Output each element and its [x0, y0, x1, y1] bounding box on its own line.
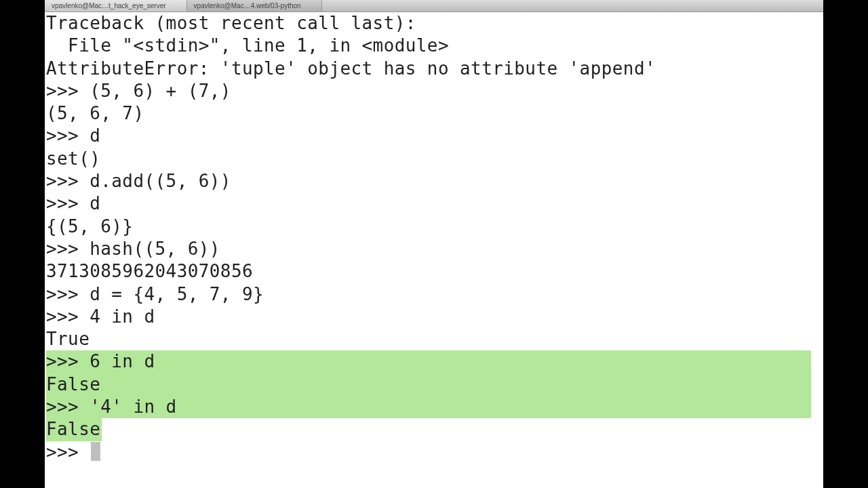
selection: >>> '4' in d: [46, 396, 811, 418]
terminal-text: >>> (5, 6) + (7,): [46, 81, 231, 101]
selection: False: [46, 373, 811, 396]
terminal-output[interactable]: Traceback (most recent call last): File …: [45, 12, 823, 464]
terminal-tabbar: vpavlenko@Mac…t_hack_eye_servervpavlenko…: [45, 0, 823, 12]
terminal-line: 3713085962043070856: [46, 260, 822, 283]
terminal-line: >>> d: [46, 125, 822, 147]
terminal-line: Traceback (most recent call last):: [46, 12, 822, 35]
terminal-line: File "<stdin>", line 1, in <module>: [46, 35, 822, 57]
terminal-line: >>> d = {4, 5, 7, 9}: [46, 283, 822, 306]
terminal-text: AttributeError: 'tuple' object has no at…: [46, 58, 656, 79]
terminal-line: >>>: [46, 441, 822, 464]
terminal-text: True: [46, 329, 90, 349]
terminal-line: >>> 4 in d: [46, 306, 822, 328]
terminal-line: True: [46, 328, 822, 350]
terminal-text: (5, 6, 7): [46, 103, 144, 123]
terminal-tab-1[interactable]: vpavlenko@Mac…4.web/03-python: [187, 0, 322, 12]
app-window: vpavlenko@Mac…t_hack_eye_servervpavlenko…: [45, 0, 823, 488]
terminal-line: set(): [46, 148, 822, 170]
terminal-text: >>> hash((5, 6)): [46, 239, 220, 259]
cursor: [91, 442, 100, 461]
terminal-line: >>> d.add((5, 6)): [46, 170, 822, 192]
terminal-line: False: [46, 418, 822, 441]
terminal-line: False: [46, 373, 822, 396]
terminal-text: {(5, 6)}: [46, 216, 133, 237]
terminal-text: >>> d.add((5, 6)): [46, 171, 231, 191]
terminal-line: >>> d: [46, 192, 822, 215]
terminal-text: >>> d: [46, 125, 100, 146]
selection: False: [46, 418, 102, 441]
terminal-line: >>> hash((5, 6)): [46, 238, 822, 260]
terminal-text: >>>: [46, 442, 90, 462]
terminal-line: {(5, 6)}: [46, 216, 822, 238]
terminal-text: 3713085962043070856: [46, 261, 253, 281]
terminal-line: >>> (5, 6) + (7,): [46, 80, 822, 102]
selection: >>> 6 in d: [46, 350, 811, 373]
terminal-text: >>> 4 in d: [46, 306, 155, 327]
terminal-text: File "<stdin>", line 1, in <module>: [46, 35, 449, 56]
terminal-line: >>> 6 in d: [46, 350, 822, 373]
terminal-text: Traceback (most recent call last):: [46, 13, 416, 33]
terminal-line: AttributeError: 'tuple' object has no at…: [46, 58, 822, 80]
terminal-text: >>> d = {4, 5, 7, 9}: [46, 284, 264, 304]
terminal-text: set(): [46, 148, 100, 169]
terminal-tab-0[interactable]: vpavlenko@Mac…t_hack_eye_server: [45, 0, 187, 12]
terminal-line: (5, 6, 7): [46, 102, 822, 125]
terminal-line: >>> '4' in d: [46, 396, 822, 418]
terminal-text: >>> d: [46, 193, 100, 214]
